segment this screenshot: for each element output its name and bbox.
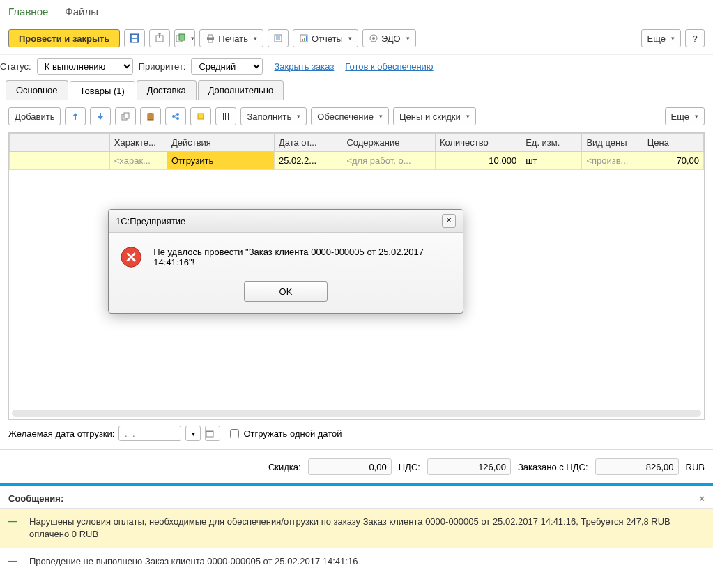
note-button[interactable] — [190, 107, 211, 125]
priority-select[interactable]: Средний — [191, 58, 263, 75]
vat-label: НДС: — [399, 462, 420, 472]
svg-rect-32 — [227, 113, 227, 120]
status-label: Статус: — [0, 61, 31, 72]
cell-ship-date[interactable]: 25.02.2... — [274, 152, 342, 170]
save-icon — [130, 33, 139, 43]
svg-rect-35 — [206, 431, 213, 432]
messages-close-icon[interactable]: × — [699, 493, 705, 504]
caret-icon: ▾ — [348, 35, 352, 42]
fill-button[interactable]: Заполнить ▾ — [240, 107, 307, 125]
dialog-title: 1С:Предприятие — [116, 216, 185, 226]
print-label: Печать — [218, 33, 248, 44]
copy-button[interactable] — [115, 107, 136, 125]
single-date-checkbox[interactable] — [230, 429, 239, 438]
col-characteristic[interactable]: Характе... — [109, 134, 167, 152]
svg-rect-1 — [132, 35, 137, 38]
edo-icon — [369, 33, 378, 43]
tab-delivery[interactable]: Доставка — [137, 80, 197, 100]
dialog-ok-button[interactable]: OK — [244, 281, 328, 302]
cell-actions[interactable]: Отгрузить — [167, 152, 274, 170]
note-icon — [197, 112, 205, 121]
help-button[interactable]: ? — [685, 29, 705, 47]
barcode-button[interactable] — [215, 107, 236, 125]
caret-icon: ▾ — [191, 35, 194, 42]
col-unit[interactable]: Ед. изм. — [521, 134, 582, 152]
close-order-link[interactable]: Закрыть заказ — [274, 61, 334, 72]
dialog-text: Не удалось провести "Заказ клиента 0000-… — [153, 247, 452, 268]
arrow-up-icon — [71, 112, 79, 121]
caret-icon: ▾ — [406, 35, 410, 42]
svg-rect-15 — [304, 38, 305, 41]
reports-button[interactable]: Отчеты ▾ — [293, 29, 358, 47]
date-calendar-button[interactable] — [205, 426, 220, 441]
prices-label: Цены и скидки — [399, 111, 461, 122]
caret-icon: ▾ — [466, 113, 470, 120]
svg-rect-7 — [208, 35, 213, 38]
col-ship-date[interactable]: Дата от... — [274, 134, 342, 152]
reports-label: Отчеты — [312, 33, 343, 44]
col-blank[interactable] — [10, 134, 110, 152]
horizontal-scrollbar[interactable] — [12, 410, 701, 417]
share-button[interactable] — [165, 107, 186, 125]
prices-button[interactable]: Цены и скидки ▾ — [393, 107, 476, 125]
more-button-2[interactable]: Еще ▾ — [665, 107, 705, 125]
col-quantity[interactable]: Количество — [435, 134, 521, 152]
message-row[interactable]: — Нарушены условия оплаты, необходимые д… — [0, 508, 713, 548]
cell-unit[interactable]: шт — [521, 152, 582, 170]
more2-label: Еще — [671, 111, 689, 122]
list-button[interactable] — [268, 29, 289, 47]
message-row[interactable]: — Проведение не выполнено Заказ клиента … — [0, 548, 713, 575]
print-button[interactable]: Печать ▾ — [199, 29, 263, 47]
svg-rect-20 — [124, 113, 129, 118]
col-price[interactable]: Цена — [643, 134, 703, 152]
ship-date-input[interactable] — [118, 426, 181, 441]
cell-price-type[interactable]: <произв... — [582, 152, 643, 170]
svg-rect-33 — [228, 113, 229, 120]
copy-icon — [121, 112, 130, 121]
dialog-close-button[interactable]: × — [442, 214, 456, 228]
post-icon — [155, 33, 164, 43]
col-content[interactable]: Содержание — [342, 134, 435, 152]
priority-label: Приоритет: — [139, 61, 186, 72]
caret-icon: ▾ — [695, 113, 698, 120]
cell-characteristic[interactable]: <харак... — [109, 152, 167, 170]
col-actions[interactable]: Действия — [167, 134, 274, 152]
message-text: Проведение не выполнено Заказ клиента 00… — [29, 555, 705, 568]
caret-icon: ▾ — [254, 35, 257, 42]
date-dropdown-button[interactable]: ▾ — [185, 426, 201, 441]
more-label: Еще — [647, 33, 666, 44]
add-button[interactable]: Добавить — [8, 107, 61, 125]
ordered-vat-value[interactable] — [595, 458, 679, 475]
cell-content[interactable]: <для работ, о... — [342, 152, 435, 170]
top-tab-files[interactable]: Файлы — [65, 6, 98, 17]
more-button[interactable]: Еще ▾ — [641, 29, 681, 47]
tab-goods[interactable]: Товары (1) — [70, 81, 135, 100]
supply-button[interactable]: Обеспечение ▾ — [311, 107, 389, 125]
svg-rect-31 — [225, 113, 226, 120]
save-button[interactable] — [124, 29, 145, 47]
table-row[interactable]: <харак... Отгрузить 25.02.2... <для рабо… — [10, 152, 704, 170]
vat-value[interactable] — [427, 458, 511, 475]
discount-value[interactable] — [308, 458, 392, 475]
cell-quantity[interactable]: 10,000 — [435, 152, 521, 170]
tab-extra[interactable]: Дополнительно — [198, 80, 284, 100]
edo-button[interactable]: ЭДО ▾ — [362, 29, 416, 47]
move-down-button[interactable] — [90, 107, 111, 125]
svg-rect-21 — [148, 114, 153, 120]
copy-mode-button[interactable]: ▾ — [174, 29, 195, 47]
paste-button[interactable] — [140, 107, 161, 125]
ready-supply-link[interactable]: Готов к обеспечению — [345, 61, 433, 72]
caret-icon: ▾ — [297, 113, 300, 120]
col-price-type[interactable]: Вид цены — [582, 134, 643, 152]
post-close-button[interactable]: Провести и закрыть — [8, 29, 120, 47]
supply-label: Обеспечение — [317, 111, 374, 122]
status-select[interactable]: К выполнению — [37, 58, 133, 75]
tab-basic[interactable]: Основное — [6, 80, 68, 100]
svg-rect-5 — [179, 34, 185, 40]
move-up-button[interactable] — [65, 107, 86, 125]
top-tab-main[interactable]: Главное — [8, 6, 48, 17]
message-text: Нарушены условия оплаты, необходимые для… — [29, 516, 705, 541]
error-icon — [120, 245, 142, 269]
cell-price[interactable]: 70,00 — [643, 152, 703, 170]
post-button[interactable] — [149, 29, 170, 47]
